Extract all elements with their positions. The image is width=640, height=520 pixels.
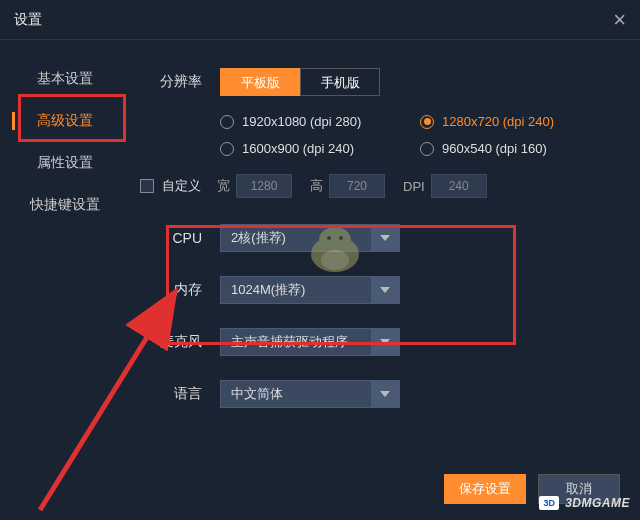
mic-select[interactable]: 主声音捕获驱动程序: [220, 328, 400, 356]
chevron-down-icon: [371, 225, 399, 251]
cpu-label: CPU: [140, 230, 220, 246]
width-input[interactable]: [236, 174, 292, 198]
radio-960[interactable]: 960x540 (dpi 160): [420, 141, 620, 156]
sidebar: 基本设置 高级设置 属性设置 快捷键设置: [0, 40, 130, 520]
sidebar-item-property[interactable]: 属性设置: [0, 142, 130, 184]
save-button[interactable]: 保存设置: [444, 474, 526, 504]
memory-label: 内存: [140, 281, 220, 299]
radio-1600[interactable]: 1600x900 (dpi 240): [220, 141, 420, 156]
checkbox-icon: [140, 179, 154, 193]
radio-icon: [420, 115, 434, 129]
memory-select[interactable]: 1024M(推荐): [220, 276, 400, 304]
radio-1280[interactable]: 1280x720 (dpi 240): [420, 114, 620, 129]
window-title: 设置: [14, 11, 42, 29]
radio-icon: [420, 142, 434, 156]
cancel-button[interactable]: 取消: [538, 474, 620, 504]
radio-icon: [220, 142, 234, 156]
radio-icon: [220, 115, 234, 129]
dpi-input[interactable]: [431, 174, 487, 198]
tab-tablet[interactable]: 平板版: [220, 68, 300, 96]
lang-select[interactable]: 中文简体: [220, 380, 400, 408]
cpu-select[interactable]: 2核(推荐): [220, 224, 400, 252]
radio-1920[interactable]: 1920x1080 (dpi 280): [220, 114, 420, 129]
dpi-label: DPI: [403, 179, 425, 194]
chevron-down-icon: [371, 381, 399, 407]
chevron-down-icon: [371, 329, 399, 355]
custom-checkbox[interactable]: 自定义: [140, 177, 201, 195]
close-icon[interactable]: ×: [613, 7, 626, 33]
sidebar-item-advanced[interactable]: 高级设置: [0, 100, 130, 142]
sidebar-item-basic[interactable]: 基本设置: [0, 58, 130, 100]
resolution-label: 分辨率: [140, 73, 220, 91]
width-label: 宽: [217, 177, 230, 195]
height-label: 高: [310, 177, 323, 195]
sidebar-item-shortcut[interactable]: 快捷键设置: [0, 184, 130, 226]
height-input[interactable]: [329, 174, 385, 198]
tab-phone[interactable]: 手机版: [300, 68, 380, 96]
mic-label: 麦克风: [140, 333, 220, 351]
chevron-down-icon: [371, 277, 399, 303]
lang-label: 语言: [140, 385, 220, 403]
